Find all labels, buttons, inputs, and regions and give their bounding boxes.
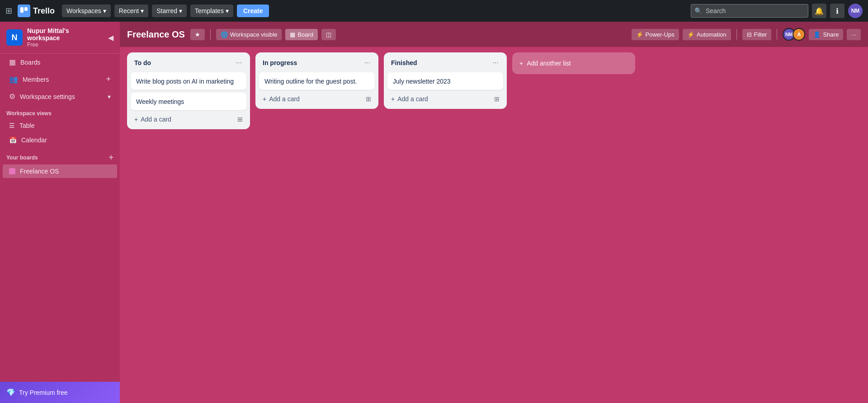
boards-icon: ▦ xyxy=(9,58,16,66)
grid-icon[interactable]: ⊞ xyxy=(5,6,12,16)
workspace-visible-button[interactable]: 🌐 Workspace visible xyxy=(216,29,282,40)
globe-icon: 🌐 xyxy=(221,31,228,38)
workspaces-menu[interactable]: Workspaces ▾ xyxy=(62,5,111,17)
list-menu-button-todo[interactable]: ··· xyxy=(233,58,245,68)
board-color-swatch xyxy=(9,168,15,174)
settings-icon: ⚙ xyxy=(9,92,15,101)
workspace-settings-label: Workspace settings xyxy=(20,93,75,100)
trello-logo-text: Trello xyxy=(33,6,55,16)
recent-chevron: ▾ xyxy=(141,7,144,14)
more-icon: ··· xyxy=(851,31,856,38)
search-icon: 🔍 xyxy=(694,7,702,14)
notification-button[interactable]: 🔔 xyxy=(812,4,826,18)
list-title-todo: To do xyxy=(134,59,233,66)
trello-logo-icon xyxy=(18,5,30,17)
starred-menu[interactable]: Starred ▾ xyxy=(152,5,187,17)
automation-button[interactable]: ⚡ Automation xyxy=(683,29,731,40)
card-todo-0[interactable]: Write blog posts on AI in marketing ✎ xyxy=(131,72,246,90)
add-board-icon[interactable]: + xyxy=(108,153,113,162)
add-card-button-finished[interactable]: + Add a card ⊞ xyxy=(387,93,503,105)
filter-button[interactable]: ⊟ Filter xyxy=(742,29,772,40)
card-text: Writing outline for the guest post. xyxy=(264,78,357,85)
workspace-info: Nupur Mittal's workspace Free xyxy=(27,27,104,48)
add-card-plus-icon: + xyxy=(391,95,395,103)
star-button[interactable]: ★ xyxy=(190,29,205,40)
info-icon: ℹ xyxy=(836,7,839,15)
create-from-template-icon: ⊞ xyxy=(366,95,371,103)
add-member-icon[interactable]: + xyxy=(106,75,111,84)
trello-logo[interactable]: Trello xyxy=(18,5,55,17)
sidebar: N Nupur Mittal's workspace Free ◀ ▦ Boar… xyxy=(0,22,120,403)
starred-chevron: ▾ xyxy=(179,7,182,14)
sidebar-item-members[interactable]: 👥 Members + xyxy=(3,71,117,88)
card-finished-0[interactable]: July newsletter 2023 ✎ xyxy=(387,72,503,90)
workspace-avatar: N xyxy=(6,29,23,46)
card-inprogress-0[interactable]: Writing outline for the guest post. ✎ xyxy=(259,72,375,90)
workspaces-label: Workspaces xyxy=(66,7,101,14)
list-menu-button-finished[interactable]: ··· xyxy=(490,58,501,68)
card-text: Write blog posts on AI in marketing xyxy=(136,78,234,85)
members-icon: 👥 xyxy=(9,75,18,84)
table-icon: ☰ xyxy=(9,122,15,129)
recent-menu[interactable]: Recent ▾ xyxy=(114,5,148,17)
app-layout: N Nupur Mittal's workspace Free ◀ ▦ Boar… xyxy=(0,22,868,403)
table-label: Table xyxy=(19,122,34,129)
notification-icon: 🔔 xyxy=(815,7,824,15)
templates-menu[interactable]: Templates ▾ xyxy=(190,5,233,17)
board-view-button[interactable]: ▦ Board xyxy=(285,29,318,40)
workspace-plan: Free xyxy=(27,42,104,48)
list-menu-button-inprogress[interactable]: ··· xyxy=(362,58,373,68)
workspaces-chevron: ▾ xyxy=(103,7,106,14)
add-card-label: Add a card xyxy=(397,95,428,103)
search-wrapper: 🔍 xyxy=(691,4,808,18)
filter-icon: ⊟ xyxy=(747,31,752,38)
board-member-avatar-2[interactable]: A xyxy=(793,28,805,41)
add-card-button-todo[interactable]: + Add a card ⊞ xyxy=(131,113,246,126)
user-avatar[interactable]: NM xyxy=(848,4,863,18)
list-title-finished: Finished xyxy=(391,59,490,66)
search-input[interactable] xyxy=(691,4,808,18)
list-todo: To do ··· Write blog posts on AI in mark… xyxy=(127,52,250,129)
sidebar-item-workspace-settings[interactable]: ⚙ Workspace settings ▾ xyxy=(3,89,117,104)
add-list-button[interactable]: + Add another list xyxy=(512,52,635,74)
add-card-plus-icon: + xyxy=(263,95,266,103)
list-inprogress: In progress ··· Writing outline for the … xyxy=(255,52,378,109)
premium-button[interactable]: 💎 Try Premium free xyxy=(0,382,120,403)
sidebar-item-freelance-os[interactable]: Freelance OS xyxy=(3,164,117,178)
header-divider xyxy=(210,29,211,40)
boards-label: Boards xyxy=(20,59,40,66)
sidebar-item-table[interactable]: ☰ Table xyxy=(3,119,117,132)
templates-label: Templates xyxy=(195,7,224,14)
sidebar-item-boards[interactable]: ▦ Boards xyxy=(3,54,117,70)
card-todo-1[interactable]: Weekly meetings ✎ xyxy=(131,93,246,110)
power-ups-button[interactable]: ⚡ Power-Ups xyxy=(632,29,679,40)
your-boards-section: Your boards + xyxy=(0,147,120,164)
members-label: Members xyxy=(23,76,49,83)
list-header-inprogress: In progress ··· xyxy=(259,56,375,70)
board-icon: ▦ xyxy=(290,31,295,38)
add-card-label: Add a card xyxy=(141,116,171,123)
sidebar-item-calendar[interactable]: 📅 Calendar xyxy=(3,133,117,147)
share-button[interactable]: 👤 Share xyxy=(809,29,843,40)
premium-label: Try Premium free xyxy=(19,389,68,396)
add-card-plus-icon: + xyxy=(134,116,138,123)
list-title-inprogress: In progress xyxy=(263,59,362,66)
active-board-label: Freelance OS xyxy=(20,168,59,175)
templates-chevron: ▾ xyxy=(226,7,229,14)
calendar-icon: 📅 xyxy=(9,136,17,144)
customize-button[interactable]: ◫ xyxy=(321,29,336,40)
workspace-header: N Nupur Mittal's workspace Free ◀ xyxy=(0,22,120,54)
add-card-button-inprogress[interactable]: + Add a card ⊞ xyxy=(259,93,375,105)
more-button[interactable]: ··· xyxy=(847,29,861,40)
create-button[interactable]: Create xyxy=(237,5,269,17)
add-list-label: Add another list xyxy=(527,60,571,67)
recent-label: Recent xyxy=(119,7,139,14)
power-ups-icon: ⚡ xyxy=(636,31,643,38)
svg-rect-1 xyxy=(24,7,28,11)
list-finished: Finished ··· July newsletter 2023 ✎ + Ad… xyxy=(384,52,507,109)
sidebar-collapse-icon[interactable]: ◀ xyxy=(108,33,113,42)
automation-icon: ⚡ xyxy=(687,31,694,38)
create-from-template-icon: ⊞ xyxy=(494,95,500,103)
info-button[interactable]: ℹ xyxy=(830,4,844,18)
board-content: To do ··· Write blog posts on AI in mark… xyxy=(120,47,868,403)
